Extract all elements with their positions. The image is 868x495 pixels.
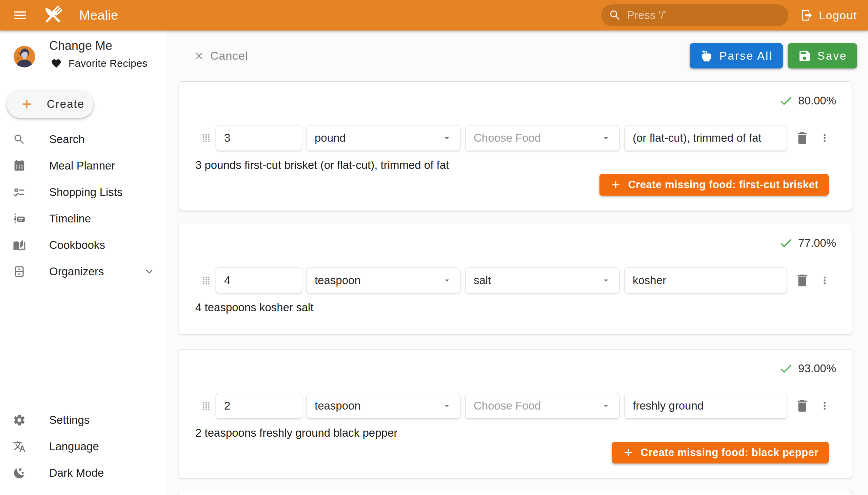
check-icon [779,93,794,108]
ingredient-card: 77.00% teaspoon salt 4 teaspoons kosher … [179,224,852,334]
caret-down-icon [601,133,611,143]
ingredient-card-partial [179,491,852,495]
drag-handle-icon[interactable] [201,274,211,287]
apple-icon [700,49,713,63]
more-options-button[interactable] [819,132,830,144]
original-ingredient-text: 2 teaspoons freshly ground black pepper [179,426,852,440]
delete-button[interactable] [795,398,810,414]
plus-icon [610,179,622,191]
timeline-icon [13,212,26,225]
sidebar: Change Me Favorite Recipes Create Search… [0,31,166,495]
gear-icon [13,414,26,427]
moon-icon [13,466,26,479]
sidebar-footer: Settings Language Dark Mode [0,407,166,486]
ingredient-fields-row: teaspoon Choose Food [179,393,852,419]
food-select[interactable]: Choose Food [465,393,619,419]
translate-icon [13,440,26,453]
sidebar-item-meal-planner[interactable]: Meal Planner [0,153,166,179]
sidebar-item-timeline[interactable]: Timeline [0,205,166,232]
cancel-button[interactable]: Cancel [193,49,248,62]
sidebar-item-search[interactable]: Search [0,126,166,153]
confidence-row: 93.00% [179,349,852,375]
ingredient-card: 93.00% teaspoon Choose Food 2 teaspoons … [179,349,852,478]
sidebar-item-cookbooks[interactable]: Cookbooks [0,232,166,258]
sidebar-item-settings[interactable]: Settings [0,407,166,433]
create-missing-food-button[interactable]: Create missing food: first-cut brisket [599,174,829,195]
quantity-input[interactable] [216,268,302,293]
sidebar-item-dark-mode[interactable]: Dark Mode [0,460,166,486]
more-options-button[interactable] [819,400,830,412]
mealie-logo-icon [41,4,64,27]
main-content: Cancel Parse All Save 80.00% pound [167,31,868,495]
caret-down-icon [601,275,611,286]
note-input[interactable] [624,125,787,151]
create-missing-food-button[interactable]: Create missing food: black pepper [612,442,829,463]
kebab-icon [819,132,830,144]
ingredient-cards: 80.00% pound Choose Food 3 pounds first-… [179,81,852,495]
sidebar-item-shopping-lists[interactable]: Shopping Lists [0,179,166,205]
kebab-icon [819,400,830,412]
plus-icon [20,97,34,111]
ingredient-fields-row: pound Choose Food [179,125,852,151]
unit-select[interactable]: teaspoon [306,268,460,293]
food-select[interactable]: salt [465,268,619,293]
close-icon [193,50,205,62]
app-title: Mealie [79,8,118,23]
caret-down-icon [601,401,611,411]
quantity-input[interactable] [216,393,302,419]
open-book-icon [13,239,26,252]
confidence-row: 80.00% [179,82,852,107]
unit-select[interactable]: pound [306,125,460,151]
user-name: Change Me [49,39,112,53]
save-button[interactable]: Save [788,43,857,68]
save-icon [798,49,811,63]
food-select[interactable]: Choose Food [465,125,619,151]
delete-button[interactable] [795,130,810,146]
checklist-icon [13,186,26,199]
sidebar-item-organizers[interactable]: Organizers [0,258,166,285]
trash-icon [795,130,810,146]
confidence-value: 80.00% [798,94,836,107]
confidence-value: 93.00% [798,362,836,375]
search-icon [609,9,622,22]
parse-all-button[interactable]: Parse All [690,43,783,68]
drag-handle-icon[interactable] [201,132,211,144]
caret-down-icon [442,401,452,411]
menu-icon[interactable] [12,7,28,23]
unit-select[interactable]: teaspoon [306,393,460,419]
logout-button[interactable]: Logout [801,9,857,22]
confidence-row: 77.00% [179,224,852,250]
search-bar[interactable] [601,4,788,26]
user-section: Change Me Favorite Recipes [0,31,166,81]
plus-icon [622,446,634,459]
sidebar-item-language[interactable]: Language [0,433,166,460]
trash-icon [795,273,810,288]
chevron-down-icon[interactable] [143,265,156,278]
content-divider [176,38,863,38]
note-input[interactable] [624,393,787,419]
drag-handle-icon[interactable] [201,399,211,412]
delete-button[interactable] [795,273,810,288]
favorite-recipes-link[interactable]: Favorite Recipes [51,58,148,69]
app-bar: Mealie Logout [0,0,868,31]
ingredient-card: 80.00% pound Choose Food 3 pounds first-… [179,81,852,211]
more-options-button[interactable] [819,275,830,286]
note-input[interactable] [624,268,787,293]
sidebar-divider [0,81,166,81]
caret-down-icon [442,133,452,143]
search-input[interactable] [627,9,781,22]
avatar[interactable] [14,46,35,67]
calendar-icon [13,159,26,172]
caret-down-icon [442,275,452,286]
heart-icon [51,58,62,69]
check-icon [779,361,794,376]
sidebar-nav: Search Meal Planner Shopping Lists Timel… [0,126,166,285]
original-ingredient-text: 3 pounds first-cut brisket (or flat-cut)… [179,158,852,172]
ingredient-fields-row: teaspoon salt [179,268,852,293]
create-button[interactable]: Create [7,90,93,118]
logout-icon [801,9,813,22]
original-ingredient-text: 4 teaspoons kosher salt [179,301,852,314]
cabinet-icon [13,265,26,278]
quantity-input[interactable] [216,125,302,151]
check-icon [779,236,794,251]
